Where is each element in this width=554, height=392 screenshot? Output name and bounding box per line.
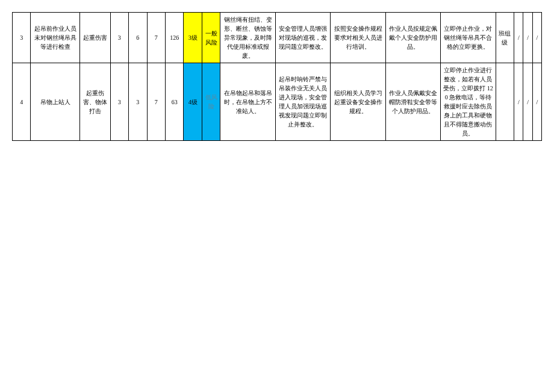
cell-D: 63 [165,63,183,141]
cell-harm: 起重伤害、物体打击 [79,63,110,141]
cell-risk: 一般风险 [202,13,220,63]
cell-measure3: 按照安全操作规程要求对相关人员进行培训。 [331,13,385,63]
cell-risk: 低风险 [202,63,220,141]
risk-table: 3 起吊前作业人员未对钢丝绳吊具等进行检查 起重伤害 3 6 7 126 3级 … [12,12,542,141]
cell-measure2: 起吊时响铃严禁与吊装作业无关人员进入现场，安全管理人员加强现场巡视发现问题立即制… [275,63,330,141]
cell-level: 4级 [184,63,202,141]
table-row: 3 起吊前作业人员未对钢丝绳吊具等进行检查 起重伤害 3 6 7 126 3级 … [13,13,542,63]
cell-measure2: 安全管理人员增强对现场的巡视，发现问题立即整改。 [275,13,330,63]
cell-measure4: 作业人员佩戴安全帽防滑鞋安全带等个人防护用品。 [385,63,440,141]
cell-E: 3 [129,63,147,141]
cell-measure1: 钢丝绳有扭结、变形、断丝、锈蚀等异常现象，及时降代使用标准或报废。 [220,13,275,63]
cell-L: 3 [110,63,128,141]
cell-C: 7 [147,13,165,63]
cell-level: 3级 [184,13,202,63]
cell-level2 [496,63,514,141]
cell-level2: 班组级 [496,13,514,63]
cell-s1: / [514,63,523,141]
cell-desc: 吊物上站人 [31,63,79,141]
cell-measure5: 立即停止作业，对钢丝绳等吊具不合格的立即更换。 [441,13,496,63]
cell-harm: 起重伤害 [79,13,110,63]
cell-no: 4 [13,63,31,141]
cell-desc: 起吊前作业人员未对钢丝绳吊具等进行检查 [31,13,79,63]
cell-E: 6 [129,13,147,63]
cell-C: 7 [147,63,165,141]
cell-L: 3 [110,13,128,63]
cell-measure4: 作业人员按规定佩戴个人安全防护用品。 [385,13,440,63]
cell-no: 3 [13,13,31,63]
cell-s2: / [523,63,532,141]
cell-D: 126 [165,13,183,63]
table-row: 4 吊物上站人 起重伤害、物体打击 3 3 7 63 4级 低风险 在吊物起吊和… [13,63,542,141]
cell-measure5: 立即停止作业进行整改，如若有人员受伤，立即拨打 120 急救电话，等待救援时应去… [441,63,496,141]
cell-s1: / [514,13,523,63]
cell-s2: / [523,13,532,63]
cell-s3: / [532,13,541,63]
cell-measure1: 在吊物起吊和落吊时，在吊物上方不准站人。 [220,63,275,141]
cell-measure3: 组织相关人员学习起重设备安全操作规程。 [331,63,385,141]
cell-s3: / [532,63,541,141]
